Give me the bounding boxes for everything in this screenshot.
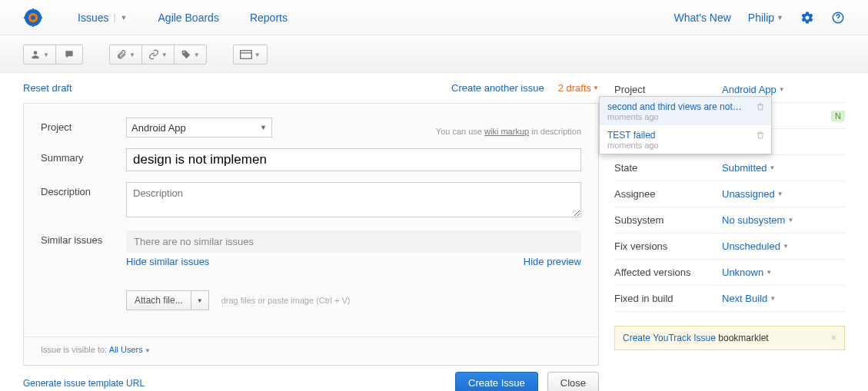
project-label: Project	[41, 118, 114, 133]
chevron-down-icon: ▼	[194, 51, 200, 58]
field-value[interactable]: Unscheduled▼	[722, 240, 789, 252]
top-nav: Issues | ▼ Agile Boards Reports What's N…	[0, 0, 868, 35]
trash-icon[interactable]	[756, 102, 765, 111]
similar-issues-label: Similar issues	[41, 230, 114, 246]
nav-reports[interactable]: Reports	[250, 12, 288, 24]
draft-item[interactable]: second and third views are not … moments…	[600, 97, 771, 125]
chevron-down-icon: ▼	[766, 269, 772, 276]
visibility-value[interactable]: All Users	[109, 345, 143, 354]
hide-similar-link[interactable]: Hide similar issues	[126, 256, 209, 267]
field-value[interactable]: Submitted▼	[722, 162, 775, 174]
svg-rect-11	[240, 51, 251, 59]
field-label: State	[614, 162, 722, 174]
description-label: Description	[41, 182, 114, 197]
field-label: Fix versions	[614, 240, 722, 252]
chevron-down-icon: ▼	[770, 295, 776, 302]
help-icon[interactable]	[831, 11, 845, 25]
svg-rect-4	[40, 17, 42, 18]
nav-user-menu[interactable]: Philip ▼	[748, 12, 783, 24]
summary-input[interactable]	[126, 148, 581, 171]
board-button[interactable]: ▼	[233, 45, 268, 65]
nav-whats-new[interactable]: What's New	[674, 12, 731, 24]
drafts-count: 2 drafts	[558, 82, 591, 94]
field-row: SubsystemNo subsystem▼	[614, 207, 845, 234]
chevron-down-icon: ▼	[787, 217, 793, 224]
summary-label: Summary	[41, 148, 114, 164]
chevron-down-icon: ▼	[43, 51, 49, 58]
svg-point-2	[31, 15, 35, 20]
chevron-down-icon: ▼	[779, 86, 785, 93]
svg-point-8	[837, 20, 838, 21]
chevron-down-icon[interactable]: ▼	[143, 347, 151, 354]
wiki-markup-hint: You can use wiki markup in description	[436, 127, 581, 138]
field-value[interactable]: Android App▼	[722, 84, 785, 95]
svg-point-9	[34, 51, 38, 55]
nav-issues-divider: |	[113, 12, 115, 23]
field-row: Affected versionsUnknown▼	[614, 260, 845, 286]
chevron-down-icon: ▼	[254, 51, 261, 58]
field-value[interactable]: Next Build▼	[722, 293, 776, 304]
draft-time: moments ago	[607, 112, 763, 121]
nav-issues[interactable]: Issues	[78, 12, 108, 24]
app-logo[interactable]	[23, 8, 43, 28]
field-label: Fixed in build	[614, 293, 722, 304]
close-icon[interactable]: ×	[831, 333, 836, 343]
drafts-dropdown[interactable]: 2 drafts ▼	[558, 82, 599, 94]
close-button[interactable]: Close	[547, 372, 599, 391]
trash-icon[interactable]	[756, 131, 765, 140]
chevron-down-icon: ▼	[777, 191, 783, 197]
field-row: StateSubmitted▼	[614, 155, 845, 181]
field-label: Project	[614, 84, 722, 95]
attach-file-button[interactable]: Attach file...	[126, 290, 191, 310]
visibility-button[interactable]: ▼	[23, 45, 56, 65]
field-value[interactable]: Unassigned▼	[722, 188, 783, 200]
link-button[interactable]: ▼	[141, 45, 175, 65]
field-row: Fixed in buildNext Build▼	[614, 286, 845, 312]
bookmarklet-text: bookmarklet	[716, 333, 769, 343]
draft-time: moments ago	[607, 141, 763, 150]
field-value[interactable]: No subsystem▼	[722, 214, 793, 226]
chevron-down-icon: ▼	[783, 243, 789, 250]
chevron-down-icon: ▼	[770, 164, 776, 171]
svg-rect-5	[32, 8, 34, 11]
issue-form: Project Android App ▼ You can use wiki m…	[23, 103, 599, 366]
gear-icon[interactable]	[800, 11, 814, 25]
draft-title: TEST failed	[607, 130, 742, 141]
project-select[interactable]: Android App ▼	[126, 118, 272, 138]
reset-draft-link[interactable]: Reset draft	[23, 82, 72, 94]
attach-hint: drag files or paste image (Ctrl + V)	[221, 296, 351, 305]
attach-file-dropdown[interactable]: ▼	[191, 290, 209, 310]
nav-agile-boards[interactable]: Agile Boards	[158, 12, 219, 24]
field-label: Assignee	[614, 188, 722, 200]
divider	[24, 336, 598, 337]
project-value: Android App	[131, 122, 186, 134]
tag-button[interactable]: ▼	[174, 45, 207, 65]
field-row: Fix versionsUnscheduled▼	[614, 234, 845, 260]
issue-toolbar: ▼ ▼ ▼ ▼ ▼	[0, 35, 868, 73]
nav-issues-caret[interactable]: ▼	[121, 14, 128, 22]
chevron-down-icon: ▼	[593, 84, 599, 91]
svg-rect-6	[32, 25, 34, 27]
field-row: AssigneeUnassigned▼	[614, 181, 845, 207]
svg-point-10	[183, 51, 185, 53]
create-another-issue-link[interactable]: Create another issue	[451, 82, 544, 94]
bookmarklet-link[interactable]: Create YouTrack Issue	[623, 333, 716, 343]
attach-button[interactable]: ▼	[109, 45, 142, 65]
visibility-row: Issue is visible to: All Users ▼	[41, 345, 581, 354]
comment-button[interactable]	[55, 45, 83, 65]
draft-title: second and third views are not …	[607, 101, 742, 112]
create-issue-button[interactable]: Create Issue	[455, 372, 538, 391]
field-value[interactable]: Unknown▼	[722, 267, 772, 278]
field-label: Affected versions	[614, 267, 722, 278]
description-textarea[interactable]	[126, 182, 581, 217]
bookmarklet-tip: Create YouTrack Issue bookmarklet ×	[614, 326, 845, 350]
wiki-markup-link[interactable]: wiki markup	[484, 127, 529, 136]
chevron-down-icon: ▼	[161, 51, 168, 58]
chevron-down-icon: ▼	[777, 14, 783, 22]
field-label: Subsystem	[614, 214, 722, 226]
similar-issues-box: There are no similar issues	[126, 230, 581, 253]
draft-item[interactable]: TEST failed moments ago	[600, 125, 771, 154]
svg-rect-3	[24, 17, 26, 18]
generate-template-url-link[interactable]: Generate issue template URL	[23, 378, 145, 389]
hide-preview-link[interactable]: Hide preview	[524, 256, 581, 267]
